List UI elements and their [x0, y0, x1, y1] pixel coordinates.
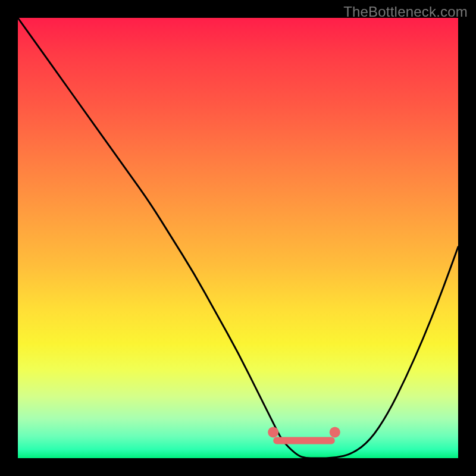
- bottleneck-curve: [18, 18, 458, 458]
- chart-frame: TheBottleneck.com: [0, 0, 476, 476]
- valley-highlight-dot-right: [330, 427, 340, 437]
- plot-area: [18, 18, 458, 458]
- curve-svg: [18, 18, 458, 458]
- valley-highlight-bar: [273, 437, 335, 444]
- valley-highlight-dot-left: [268, 427, 278, 437]
